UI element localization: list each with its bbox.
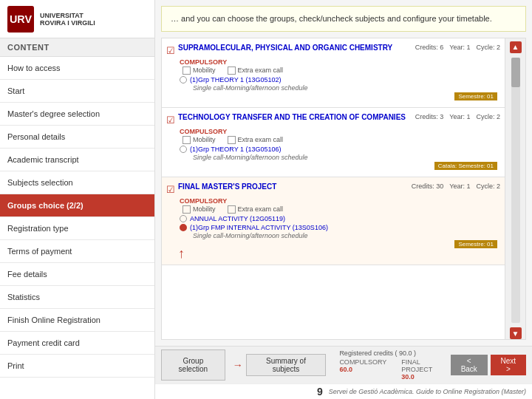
logo: URV UNIVERSITAT ROVIRA I VIRGILI: [0, 0, 154, 38]
final-project-value: 30.0: [401, 373, 415, 381]
sidebar-item-registration-type[interactable]: Registration type: [0, 217, 154, 240]
subject-header-2: ☑ TECHNOLOGY TRANSFER AND THE CREATION O…: [166, 111, 500, 128]
sidebar-item-academic-transcript[interactable]: Academic transcript: [0, 149, 154, 171]
extra-exam-checkbox-3[interactable]: [228, 205, 236, 214]
subject-credits-1: Credits: 6: [415, 44, 444, 51]
theory-item-3b: (1)Grp FMP INTERNAL ACTIVITY (13S0S106): [180, 224, 500, 231]
info-banner: … and you can choose the groups, check/u…: [161, 6, 526, 32]
content-section-label: CONTENT: [0, 38, 154, 57]
mobility-label-1: Mobility: [193, 66, 216, 74]
project-container-2: Catala: Semestre: 01: [166, 162, 500, 174]
theory-radio-2[interactable]: [180, 146, 187, 153]
sidebar-item-personal-details[interactable]: Personal details: [0, 126, 154, 149]
theory-section-3: ANNUAL ACTIVITY (12G05119) (1)Grp FMP IN…: [180, 215, 500, 239]
credits-info: Registered credits ( 90.0 ) COMPULSORY 6…: [339, 349, 450, 381]
back-button[interactable]: < Back: [451, 355, 488, 375]
theory-section-1: (1)Grp THEORY 1 (13G05102) Single call-M…: [180, 76, 500, 92]
extra-exam-label-1: Extra exam call: [238, 66, 284, 74]
mobility-option-1: Mobility: [183, 66, 216, 75]
subject-row-3: ☑ FINAL MASTER'S PROJECT Credits: 30 Yea…: [162, 177, 505, 265]
scroll-up-btn[interactable]: ▲: [510, 41, 522, 53]
subject-name-3[interactable]: FINAL MASTER'S PROJECT: [178, 183, 409, 191]
compulsory-value: 60.0: [339, 366, 352, 373]
compulsory-credits: COMPULSORY 60.0: [339, 358, 386, 381]
subject-options-2: Mobility Extra exam call: [183, 136, 500, 144]
arrow-and-summary: → Summary of subjects: [233, 349, 327, 381]
theory-radio-1[interactable]: [180, 76, 187, 83]
summary-button[interactable]: Summary of subjects: [246, 354, 327, 376]
sidebar-item-how-to-access[interactable]: How to access: [0, 57, 154, 80]
theory-radio-3a[interactable]: [180, 215, 187, 222]
sidebar-item-groups-choice[interactable]: Groups choice (2/2): [0, 194, 154, 217]
svg-text:URV: URV: [10, 13, 33, 25]
project-badge-1: Semestre: 01: [454, 92, 497, 100]
mobility-checkbox-3[interactable]: [183, 205, 191, 214]
registered-credits-label: Registered credits ( 90.0 ): [339, 349, 450, 357]
theory-schedule-3: Single call-Morning/afternoon schedule: [180, 232, 500, 239]
sidebar-item-finish-online-registration[interactable]: Finish Online Registration: [0, 309, 154, 332]
subject-checkbox-3[interactable]: ☑: [166, 184, 175, 195]
sidebar-item-print[interactable]: Print: [0, 355, 154, 378]
arrow-right-icon: →: [233, 359, 243, 371]
mobility-checkbox-1[interactable]: [183, 66, 191, 75]
subject-year-3: Year: 1: [449, 183, 470, 190]
sidebar: URV UNIVERSITAT ROVIRA I VIRGILI CONTENT…: [0, 0, 155, 399]
subject-options-3: Mobility Extra exam call: [183, 205, 500, 214]
content-area: ☑ SUPRAMOLECULAR, PHYSICAL AND ORGANIC C…: [161, 38, 526, 341]
theory-link-3b[interactable]: (1)Grp FMP INTERNAL ACTIVITY (13S0S106): [190, 224, 328, 231]
compulsory-badge-3: COMPULSORY: [180, 197, 500, 205]
sidebar-item-masters-degree-selection[interactable]: Master's degree selection: [0, 103, 154, 126]
scroll-thumb[interactable]: [511, 58, 520, 87]
project-container-1: Semestre: 01: [166, 92, 500, 104]
extra-exam-option-1: Extra exam call: [228, 66, 284, 75]
project-badge-3: Semestre: 01: [454, 240, 497, 248]
sidebar-item-start[interactable]: Start: [0, 80, 154, 103]
extra-exam-checkbox-1[interactable]: [228, 66, 236, 75]
scroll-down-btn[interactable]: ▼: [510, 327, 522, 339]
subject-credits-3: Credits: 30: [412, 183, 444, 190]
footer-text: Servei de Gestió Acadèmica. Guide to Onl…: [329, 388, 526, 395]
credits-breakdown: COMPULSORY 60.0 FINAL PROJECT 30.0: [339, 358, 450, 381]
mobility-checkbox-2[interactable]: [183, 136, 191, 144]
compulsory-badge-1: COMPULSORY: [180, 58, 500, 66]
theory-radio-3b[interactable]: [180, 224, 187, 231]
theory-schedule-text-2: Single call-Morning/afternoon schedule: [193, 154, 308, 161]
project-badge-2: Catala: Semestre: 01: [434, 162, 497, 170]
mobility-option-3: Mobility: [183, 205, 216, 214]
subject-options-1: Mobility Extra exam call: [183, 66, 500, 75]
subject-cycle-2: Cycle: 2: [476, 113, 500, 120]
extra-exam-checkbox-2[interactable]: [228, 136, 236, 144]
page-footer: 9 Servei de Gestió Acadèmica. Guide to O…: [155, 383, 532, 399]
subject-name-2[interactable]: TECHNOLOGY TRANSFER AND THE CREATION OF …: [178, 113, 412, 121]
project-container-3: Semestre: 01: [166, 240, 500, 252]
sidebar-item-terms-of-payment[interactable]: Terms of payment: [0, 240, 154, 263]
sidebar-item-statistics[interactable]: Statistics: [0, 286, 154, 309]
page-number: 9: [317, 386, 323, 398]
theory-schedule-2: Single call-Morning/afternoon schedule: [180, 154, 500, 161]
mobility-label-2: Mobility: [193, 136, 216, 143]
extra-exam-option-2: Extra exam call: [228, 136, 284, 144]
final-project-credits: FINAL PROJECT 30.0: [401, 358, 451, 381]
subject-name-1[interactable]: SUPRAMOLECULAR, PHYSICAL AND ORGANIC CHE…: [178, 44, 412, 52]
compulsory-label: COMPULSORY: [339, 358, 386, 366]
mobility-label-3: Mobility: [193, 205, 216, 213]
sidebar-item-payment-credit-card[interactable]: Payment credit card: [0, 332, 154, 355]
urv-logo: URV: [7, 6, 34, 33]
subject-header-1: ☑ SUPRAMOLECULAR, PHYSICAL AND ORGANIC C…: [166, 41, 500, 58]
subject-checkbox-1[interactable]: ☑: [166, 45, 175, 56]
sidebar-item-subjects-selection[interactable]: Subjects selection: [0, 171, 154, 194]
subject-year-1: Year: 1: [449, 44, 470, 51]
subject-checkbox-2[interactable]: ☑: [166, 115, 175, 126]
theory-link-1[interactable]: (1)Grp THEORY 1 (13G05102): [190, 76, 282, 83]
theory-link-3a[interactable]: ANNUAL ACTIVITY (12G05119): [190, 215, 285, 222]
sidebar-item-fee-details[interactable]: Fee details: [0, 263, 154, 286]
theory-link-2[interactable]: (1)Grp THEORY 1 (13G05106): [190, 146, 282, 153]
theory-schedule-text-3: Single call-Morning/afternoon schedule: [193, 232, 308, 239]
subject-header-3: ☑ FINAL MASTER'S PROJECT Credits: 30 Yea…: [166, 180, 500, 197]
theory-section-2: (1)Grp THEORY 1 (13G05106) Single call-M…: [180, 146, 500, 161]
theory-item-3a: ANNUAL ACTIVITY (12G05119): [180, 215, 500, 222]
extra-exam-option-3: Extra exam call: [228, 205, 284, 214]
next-button[interactable]: Next >: [491, 355, 526, 375]
group-selection-button[interactable]: Group selection: [161, 349, 225, 381]
subject-year-2: Year: 1: [449, 113, 470, 120]
